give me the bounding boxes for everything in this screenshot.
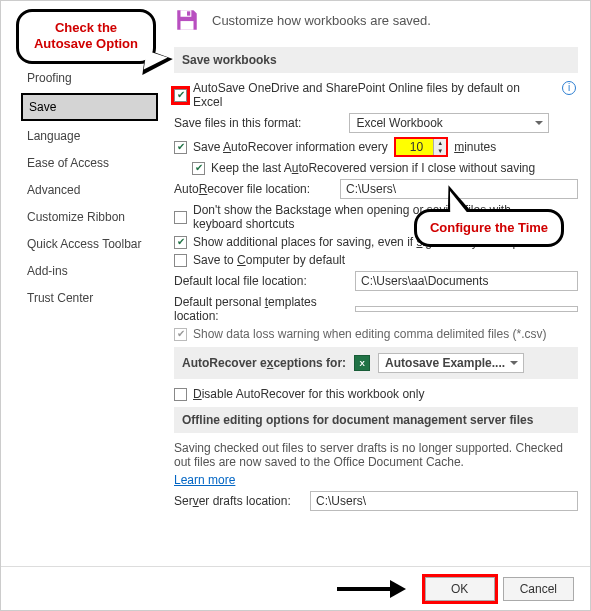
autorecover-minutes-value: 10 (396, 139, 433, 155)
keep-last-checkbox[interactable] (192, 162, 205, 175)
additional-places-checkbox[interactable] (174, 236, 187, 249)
sidebar-item-label: Proofing (27, 71, 72, 85)
cancel-button[interactable]: Cancel (503, 577, 574, 601)
spinner-buttons[interactable]: ▲▼ (433, 139, 446, 155)
sidebar-item-label: Customize Ribbon (27, 210, 125, 224)
ar-location-label: AutoRecover file location: (174, 182, 334, 196)
ok-button[interactable]: OK (425, 577, 495, 601)
learn-more-link[interactable]: Learn more (174, 473, 235, 487)
autosave-label: AutoSave OneDrive and SharePoint Online … (193, 81, 533, 109)
save-format-label: Save files in this format: (174, 116, 301, 130)
save-to-computer-checkbox[interactable] (174, 254, 187, 267)
callout-tail-fill (144, 51, 168, 73)
sidebar-item-advanced[interactable]: Advanced (21, 178, 166, 202)
exceptions-workbook-value: Autosave Example.... (385, 356, 505, 370)
sidebar-item-label: Language (27, 129, 80, 143)
disable-autorecover-label: Disable AutoRecover for this workbook on… (193, 387, 424, 401)
section-offline: Offline editing options for document man… (174, 407, 578, 433)
sidebar-item-label: Save (29, 100, 56, 114)
info-icon[interactable]: i (562, 81, 576, 95)
exceptions-workbook-select[interactable]: Autosave Example.... (378, 353, 524, 373)
sidebar-item-label: Trust Center (27, 291, 93, 305)
sidebar-item-ease-of-access[interactable]: Ease of Access (21, 151, 166, 175)
sidebar-item-label: Ease of Access (27, 156, 109, 170)
excel-file-icon: X (354, 355, 370, 371)
dialog-button-bar: OK Cancel (1, 566, 590, 610)
save-icon (174, 7, 200, 33)
offline-note: Saving checked out files to server draft… (174, 441, 578, 469)
csv-warning-checkbox[interactable] (174, 328, 187, 341)
default-local-label: Default local file location: (174, 274, 349, 288)
no-backstage-checkbox[interactable] (174, 211, 187, 224)
keep-last-label: Keep the last AutoRecovered version if I… (211, 161, 535, 175)
server-drafts-label: Server drafts location: (174, 494, 304, 508)
sidebar-item-language[interactable]: Language (21, 124, 166, 148)
autorecover-minutes-spinner[interactable]: 10 ▲▼ (394, 137, 448, 157)
save-format-select[interactable]: Excel Workbook (349, 113, 549, 133)
save-format-value: Excel Workbook (356, 116, 442, 130)
csv-warning-label: Show data loss warning when editing comm… (193, 327, 547, 341)
default-templates-input[interactable] (355, 306, 578, 312)
page-description: Customize how workbooks are saved. (212, 13, 431, 28)
sidebar-item-save[interactable]: Save (21, 93, 158, 121)
save-to-computer-label: Save to Computer by default (193, 253, 345, 267)
sidebar-item-label: Add-ins (27, 264, 68, 278)
sidebar-item-label: Quick Access Toolbar (27, 237, 142, 251)
server-drafts-input[interactable]: C:\Users\ (310, 491, 578, 511)
disable-autorecover-checkbox[interactable] (174, 388, 187, 401)
callout-autosave: Check the Autosave Option (16, 9, 156, 64)
sidebar-item-customize-ribbon[interactable]: Customize Ribbon (21, 205, 166, 229)
svg-rect-1 (181, 21, 194, 30)
section-save-workbooks: Save workbooks (174, 47, 578, 73)
autorecover-checkbox[interactable] (174, 141, 187, 154)
default-local-input[interactable]: C:\Users\aa\Documents (355, 271, 578, 291)
sidebar-item-quick-access-toolbar[interactable]: Quick Access Toolbar (21, 232, 166, 256)
svg-rect-2 (187, 11, 190, 15)
section-autorecover-exceptions: AutoRecover exceptions for: X Autosave E… (174, 347, 578, 379)
annotation-arrow-icon (337, 582, 417, 596)
sidebar-item-add-ins[interactable]: Add-ins (21, 259, 166, 283)
autorecover-label-post: minutes (454, 140, 496, 154)
autosave-checkbox[interactable] (174, 89, 187, 102)
options-main-panel: Customize how workbooks are saved. Save … (166, 1, 590, 556)
default-templates-label: Default personal templates location: (174, 295, 349, 323)
options-sidebar: Proofing Save Language Ease of Access Ad… (1, 1, 166, 556)
section-label: AutoRecover exceptions for: (182, 356, 346, 370)
sidebar-item-label: Advanced (27, 183, 80, 197)
callout-time: Configure the Time (414, 209, 564, 247)
sidebar-item-trust-center[interactable]: Trust Center (21, 286, 166, 310)
autorecover-label-pre: Save AutoRecover information every (193, 140, 388, 154)
